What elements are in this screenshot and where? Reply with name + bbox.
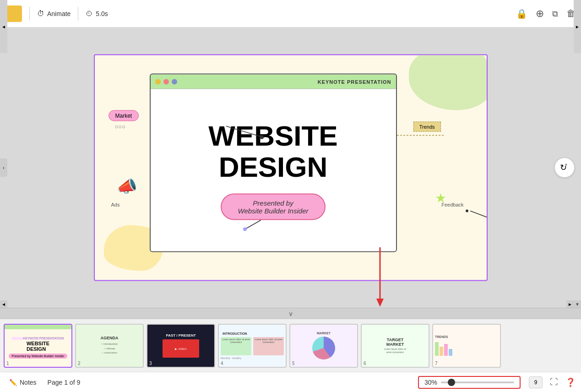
keynote-window: KEYNOTE PRESENTATION WEBSITE DESIGN Pres…: [150, 74, 397, 252]
slide-subtitle-pill: Presented byWebsite Builder Insider: [221, 194, 326, 220]
page-count-label: 9: [534, 379, 538, 386]
filmstrip-slide-7[interactable]: TRENDS 7: [432, 324, 501, 368]
fullscreen-button[interactable]: ⛶: [550, 377, 558, 387]
market-dots: ○○○: [115, 123, 126, 130]
slide-thumbnail-icon: [5, 5, 22, 22]
duration-button[interactable]: ⏲ 5.0s: [86, 10, 108, 18]
toolbar-right: 🔒 ⊕ ⧉ 🗑: [516, 8, 576, 20]
scroll-left-arrow[interactable]: ◄: [0, 300, 7, 308]
thumb2-inner: AGENDA ○ introduction○ vitimae○ conclusi…: [76, 325, 143, 367]
animate-button[interactable]: ⏱ Animate: [37, 10, 71, 18]
thumb6-inner: TARGETMARKET Lorem ipsum dolor sitamet c…: [362, 325, 429, 367]
ads-label: Ads: [111, 202, 120, 207]
refresh-button[interactable]: ↻ +: [554, 158, 575, 178]
clock-icon: ⏲: [86, 10, 93, 18]
slide-title-line1: WEBSITE: [208, 120, 337, 151]
keynote-body: WEBSITE DESIGN Presented byWebsite Build…: [151, 89, 396, 251]
slide-title-line2: DESIGN: [219, 151, 328, 183]
add-superscript: +: [565, 163, 567, 167]
filmstrip-slide-2[interactable]: AGENDA ○ introduction○ vitimae○ conclusi…: [75, 324, 144, 368]
thumb1-title: WEBSITEDESIGN: [27, 341, 49, 352]
filmstrip-num-1: 1: [6, 361, 9, 366]
filmstrip-num-3: 3: [149, 361, 152, 366]
keynote-titlebar: KEYNOTE PRESENTATION: [151, 75, 396, 89]
left-panel-toggle[interactable]: ‹: [0, 158, 7, 177]
thumb1-bar: [5, 325, 71, 329]
filmstrip: KEYNOTE PRESENTATION WEBSITEDESIGN Prese…: [0, 319, 581, 372]
help-icon: ❓: [565, 378, 576, 387]
thumb4-inner: INTRODUCTION Lorem ipsum dolor sit amet …: [219, 325, 286, 367]
keynote-window-title: KEYNOTE PRESENTATION: [318, 79, 391, 84]
filmstrip-slide-5[interactable]: MARKET 5: [289, 324, 358, 368]
zoom-section: 30% 9 ⛶ ❓: [418, 376, 576, 389]
slide-main-title: WEBSITE DESIGN: [208, 120, 337, 182]
filmstrip-num-7: 7: [435, 361, 438, 366]
thumb3-inner: PAST / PRESENT ▶ VIDEO: [147, 325, 214, 367]
scroll-right-arrow[interactable]: ►: [566, 300, 574, 308]
bottom-bar: ✏️ Notes Page 1 of 9 30% 9 ⛶ ❓: [0, 372, 581, 392]
page-info: Page 1 of 9: [44, 379, 84, 386]
thumb5-inner: MARKET: [290, 325, 357, 367]
trends-label: Trends: [413, 122, 441, 132]
green-blob-tr: [409, 54, 488, 110]
megaphone-icon: 📣: [117, 177, 137, 196]
thumb1-pill: Presented by Website Builder Insider: [9, 354, 67, 359]
duplicate-icon: ⧉: [552, 9, 558, 18]
svg-rect-4: [466, 210, 468, 212]
chevron-left-icon: ‹: [3, 165, 4, 170]
lock-icon: 🔒: [516, 9, 527, 19]
dot-blue: [172, 79, 177, 84]
feedback-label: Feedback: [441, 202, 463, 207]
thumb7-inner: TRENDS: [433, 325, 500, 367]
filmstrip-num-6: 6: [364, 361, 366, 366]
filmstrip-slide-6[interactable]: TARGETMARKET Lorem ipsum dolor sitamet c…: [361, 324, 429, 368]
zoom-control-box: 30%: [418, 376, 521, 389]
filmstrip-num-5: 5: [292, 361, 295, 366]
edit-icon: ✏️: [9, 379, 17, 386]
notes-button[interactable]: ✏️ Notes: [5, 379, 40, 386]
help-button[interactable]: ❓: [565, 377, 576, 387]
dot-pink: [163, 79, 169, 84]
lock-button[interactable]: 🔒: [516, 8, 527, 19]
filmstrip-slide-1[interactable]: KEYNOTE PRESENTATION WEBSITEDESIGN Prese…: [4, 324, 72, 368]
market-label: Market: [109, 110, 139, 121]
scroll-down-arrow[interactable]: ▼: [574, 300, 581, 308]
animate-icon: ⏱: [37, 10, 44, 18]
slide-subtitle-text: Presented byWebsite Builder Insider: [238, 199, 309, 215]
svg-line-3: [470, 211, 487, 220]
collapse-handle[interactable]: ∨: [0, 308, 581, 319]
filmstrip-num-2: 2: [78, 361, 81, 366]
divider: [29, 7, 30, 21]
canvas-area: ‹ ▲ ▼ ◄ ► 📣 Ads KEYNOTE PRESENTATION WEB…: [0, 27, 581, 308]
svg-marker-8: [376, 299, 384, 307]
dot-yellow: [155, 79, 161, 84]
zoom-slider[interactable]: [441, 381, 514, 383]
filmstrip-slide-4[interactable]: INTRODUCTION Lorem ipsum dolor sit amet …: [218, 324, 287, 368]
chevron-down-icon: ∨: [288, 310, 293, 317]
filmstrip-num-4: 4: [221, 361, 223, 366]
fullscreen-icon: ⛶: [550, 377, 558, 387]
zoom-value: 30%: [424, 379, 437, 386]
duration-label: 5.0s: [96, 10, 108, 17]
divider2: [78, 7, 78, 21]
duplicate-button[interactable]: ⧉: [552, 8, 558, 19]
add-slide-button[interactable]: ⊕: [536, 8, 544, 20]
add-slide-icon: ⊕: [536, 8, 544, 19]
animate-label: Animate: [47, 10, 71, 17]
page-count-button[interactable]: 9: [529, 376, 543, 388]
toolbar: ⏱ Animate ⏲ 5.0s 🔒 ⊕ ⧉ 🗑: [0, 0, 581, 27]
filmstrip-slide-3[interactable]: PAST / PRESENT ▶ VIDEO 3: [147, 324, 215, 368]
notes-label: Notes: [20, 379, 37, 386]
slide-canvas[interactable]: 📣 Ads KEYNOTE PRESENTATION WEBSITE DESIG…: [94, 54, 488, 281]
